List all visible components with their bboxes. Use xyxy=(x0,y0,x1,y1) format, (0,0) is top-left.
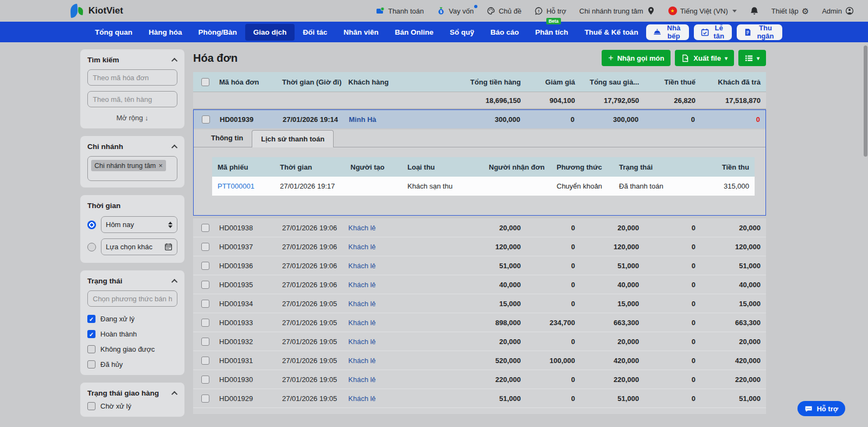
column-header[interactable]: Thời gian (Giờ đi) xyxy=(277,78,343,86)
chevron-up-icon[interactable] xyxy=(171,279,177,284)
payment-menu-item[interactable]: Thanh toán xyxy=(376,7,424,15)
row-checkbox[interactable] xyxy=(201,357,209,365)
language-selector[interactable]: ★ Tiếng Việt (VN) xyxy=(668,7,737,15)
invoice-row[interactable]: HD00193327/01/2026 19:05Khách lẻ898,0002… xyxy=(193,313,766,332)
row-checkbox[interactable] xyxy=(201,300,209,308)
row-checkbox[interactable] xyxy=(201,243,209,251)
time-custom-field[interactable]: Lựa chọn khác xyxy=(101,238,177,255)
checkbox-checked[interactable]: ✓ xyxy=(87,330,95,338)
column-header[interactable]: Khách đã trả xyxy=(701,78,766,86)
invoice-code-search-input[interactable] xyxy=(87,69,177,86)
row-checkbox[interactable] xyxy=(201,376,209,384)
status-options-option-3[interactable]: Đã hủy xyxy=(87,360,177,368)
nav-item-0[interactable]: Tổng quan xyxy=(87,23,141,42)
column-header[interactable]: Tiền thuế xyxy=(644,78,701,86)
invoice-row[interactable]: HD00193827/01/2026 19:06Khách lẻ20,00002… xyxy=(193,218,766,237)
kitchen-button[interactable]: Nhà bếp xyxy=(646,24,689,40)
tab-0[interactable]: Thông tin xyxy=(202,130,252,147)
selected-invoice-row[interactable]: HD00193927/01/2026 19:14Minh Hà300,00003… xyxy=(194,110,765,128)
invoice-customer-cell[interactable]: Minh Hà xyxy=(343,115,451,124)
reception-button[interactable]: Lễ tân xyxy=(694,24,732,40)
column-header[interactable]: Tổng sau giả... xyxy=(580,78,644,86)
column-header[interactable]: Khách hàng xyxy=(343,78,451,86)
invoice-customer-cell[interactable]: Khách lẻ xyxy=(343,224,451,232)
invoice-row[interactable]: HD00193627/01/2026 19:06Khách lẻ51,00005… xyxy=(193,256,766,275)
row-checkbox[interactable] xyxy=(202,115,210,124)
column-header[interactable]: Mã hóa đơn xyxy=(214,78,277,86)
nav-item-5[interactable]: Nhân viên xyxy=(335,23,387,42)
invoice-row[interactable]: HD00193527/01/2026 19:06Khách lẻ40,00004… xyxy=(193,275,766,294)
expand-link[interactable]: Mở rộng ↓ xyxy=(87,113,177,122)
time-preset-select[interactable]: Hôm nay xyxy=(101,216,177,233)
column-settings-button[interactable]: ▾ xyxy=(738,50,766,66)
checkbox-unchecked[interactable] xyxy=(87,345,95,353)
vertical-scrollbar[interactable] xyxy=(864,46,867,157)
nav-item-4[interactable]: Đối tác xyxy=(295,23,335,42)
invoice-customer-cell[interactable]: Khách lẻ xyxy=(343,376,451,384)
chevron-up-icon[interactable] xyxy=(171,391,177,397)
select-all-checkbox[interactable] xyxy=(201,78,209,86)
invoice-customer-cell[interactable]: Khách lẻ xyxy=(343,281,451,289)
invoice-row[interactable]: HD00193227/01/2026 19:05Khách lẻ20,00002… xyxy=(193,332,766,351)
column-header[interactable]: Giảm giá xyxy=(526,78,580,86)
invoice-customer-cell[interactable]: Khách lẻ xyxy=(343,319,451,327)
invoice-row[interactable]: HD00192927/01/2026 19:05Khách lẻ51,00005… xyxy=(193,389,766,408)
cashier-button[interactable]: Thu ngân xyxy=(737,24,782,40)
invoice-row[interactable]: HD00193127/01/2026 19:05Khách lẻ520,0001… xyxy=(193,351,766,370)
row-checkbox[interactable] xyxy=(201,394,209,403)
invoice-customer-cell[interactable]: Khách lẻ xyxy=(343,394,451,403)
row-checkbox[interactable] xyxy=(201,319,209,327)
invoice-customer-cell[interactable]: Khách lẻ xyxy=(343,243,451,251)
expanded-invoice-block: HD00193927/01/2026 19:14Minh Hà300,00003… xyxy=(193,109,766,216)
brand[interactable]: KiotViet xyxy=(71,3,123,18)
branch-multiselect[interactable]: Chi nhánh trung tâm × xyxy=(87,156,177,181)
nav-item-6[interactable]: Bán Online xyxy=(387,23,442,42)
invoice-row[interactable]: HD00193427/01/2026 19:05Khách lẻ15,00001… xyxy=(193,294,766,313)
support-fab[interactable]: Hỗ trợ xyxy=(797,401,845,416)
settings-menu-item[interactable]: Thiết lập ⚙ xyxy=(771,7,809,15)
loan-menu-item[interactable]: $ Vay vốn xyxy=(437,7,474,15)
row-checkbox[interactable] xyxy=(201,262,209,270)
row-checkbox[interactable] xyxy=(201,281,209,289)
nav-item-3[interactable]: Giao dịch xyxy=(245,24,295,41)
row-checkbox[interactable] xyxy=(201,224,209,232)
remove-tag-icon[interactable]: × xyxy=(158,161,163,170)
nav-item-2[interactable]: Phòng/Bàn xyxy=(190,23,245,42)
time-preset-radio[interactable] xyxy=(87,221,96,229)
nav-item-1[interactable]: Hàng hóa xyxy=(141,23,190,42)
status-options-option-0[interactable]: ✓Đang xử lý xyxy=(87,315,177,323)
tab-1[interactable]: Lịch sử thanh toán xyxy=(252,130,334,147)
invoice-row[interactable]: HD00193727/01/2026 19:06Khách lẻ120,0000… xyxy=(193,237,766,256)
support-menu-item[interactable]: ! Hỗ trợ Beta xyxy=(534,7,566,15)
nav-item-10[interactable]: Thuế & Kế toán xyxy=(576,23,646,42)
status-options-option-1[interactable]: ✓Hoàn thành xyxy=(87,330,177,338)
invoice-row[interactable]: HD00193027/01/2026 19:05Khách lẻ220,0000… xyxy=(193,370,766,389)
invoice-customer-cell[interactable]: Khách lẻ xyxy=(343,357,451,365)
status-options-option-2[interactable]: Không giao được xyxy=(87,345,177,353)
nav-item-9[interactable]: Phân tích xyxy=(527,23,577,42)
column-header[interactable]: Tổng tiền hàng xyxy=(451,78,526,86)
export-file-button[interactable]: Xuất file ▾ xyxy=(675,50,734,66)
invoice-amount-cell: 0 xyxy=(644,224,701,232)
account-menu-item[interactable]: Admin xyxy=(822,7,854,15)
theme-menu-item[interactable]: Chủ đề xyxy=(487,7,521,15)
invoice-customer-cell[interactable]: Khách lẻ xyxy=(343,338,451,346)
row-checkbox[interactable] xyxy=(201,338,209,346)
delivery-options-option-0[interactable]: Chờ xử lý xyxy=(87,402,177,410)
time-custom-radio[interactable] xyxy=(87,243,96,251)
branch-selector[interactable]: Chi nhánh trung tâm xyxy=(579,7,655,15)
nav-item-7[interactable]: Sổ quỹ xyxy=(442,23,482,42)
checkbox-checked[interactable]: ✓ xyxy=(87,315,95,323)
checkbox-unchecked[interactable] xyxy=(87,402,95,410)
nav-item-8[interactable]: Báo cáo xyxy=(482,23,527,42)
chevron-up-icon[interactable] xyxy=(171,57,177,63)
invoice-customer-cell[interactable]: Khách lẻ xyxy=(343,300,451,308)
chevron-up-icon[interactable] xyxy=(171,144,177,150)
payment-code-link[interactable]: PTT000001 xyxy=(212,182,275,190)
sale-method-input[interactable] xyxy=(87,290,177,307)
invoice-customer-cell[interactable]: Khách lẻ xyxy=(343,262,451,270)
receive-order-button[interactable]: + Nhận gọi món xyxy=(602,50,671,66)
notifications-button[interactable] xyxy=(750,7,758,15)
checkbox-unchecked[interactable] xyxy=(87,360,95,368)
product-search-input[interactable] xyxy=(87,91,177,107)
